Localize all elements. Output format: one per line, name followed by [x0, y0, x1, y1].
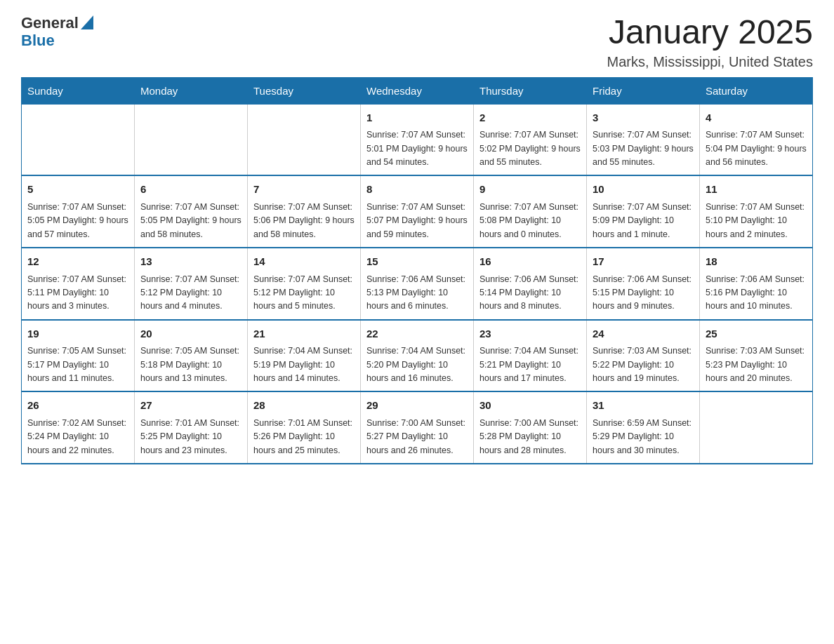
calendar-week-row: 19Sunrise: 7:05 AM Sunset: 5:17 PM Dayli…	[22, 320, 813, 392]
calendar-day-cell	[248, 104, 361, 175]
calendar-day-cell: 28Sunrise: 7:01 AM Sunset: 5:26 PM Dayli…	[248, 391, 361, 464]
day-info: Sunrise: 7:03 AM Sunset: 5:22 PM Dayligh…	[593, 344, 694, 385]
day-info: Sunrise: 7:07 AM Sunset: 5:10 PM Dayligh…	[706, 201, 807, 241]
calendar-day-header: Thursday	[474, 77, 587, 104]
day-number: 24	[593, 326, 694, 342]
day-number: 6	[140, 182, 241, 198]
day-info: Sunrise: 7:00 AM Sunset: 5:28 PM Dayligh…	[479, 417, 581, 457]
calendar-week-row: 12Sunrise: 7:07 AM Sunset: 5:11 PM Dayli…	[22, 248, 813, 320]
day-info: Sunrise: 7:07 AM Sunset: 5:04 PM Dayligh…	[706, 128, 807, 169]
calendar-day-cell: 29Sunrise: 7:00 AM Sunset: 5:27 PM Dayli…	[361, 391, 474, 464]
calendar-week-row: 1Sunrise: 7:07 AM Sunset: 5:01 PM Daylig…	[22, 104, 813, 175]
main-title: January 2025	[607, 14, 813, 51]
calendar-day-cell: 22Sunrise: 7:04 AM Sunset: 5:20 PM Dayli…	[361, 320, 474, 392]
logo-general-text: General	[21, 15, 79, 32]
calendar-day-cell: 1Sunrise: 7:07 AM Sunset: 5:01 PM Daylig…	[361, 104, 474, 175]
day-info: Sunrise: 7:07 AM Sunset: 5:02 PM Dayligh…	[479, 128, 581, 169]
day-number: 30	[479, 398, 581, 414]
calendar-day-cell: 18Sunrise: 7:06 AM Sunset: 5:16 PM Dayli…	[700, 248, 813, 320]
day-info: Sunrise: 7:05 AM Sunset: 5:17 PM Dayligh…	[27, 344, 128, 385]
calendar-day-cell: 27Sunrise: 7:01 AM Sunset: 5:25 PM Dayli…	[135, 391, 248, 464]
page-header: General Blue January 2025 Marks, Mississ…	[21, 14, 813, 70]
day-info: Sunrise: 7:00 AM Sunset: 5:27 PM Dayligh…	[366, 417, 468, 457]
calendar-day-cell	[22, 104, 135, 175]
subtitle: Marks, Mississippi, United States	[607, 54, 813, 70]
day-info: Sunrise: 7:07 AM Sunset: 5:01 PM Dayligh…	[366, 128, 468, 169]
calendar-day-header: Saturday	[700, 77, 813, 104]
day-number: 25	[706, 326, 807, 342]
calendar-day-cell: 10Sunrise: 7:07 AM Sunset: 5:09 PM Dayli…	[587, 175, 700, 248]
calendar-header-row: SundayMondayTuesdayWednesdayThursdayFrid…	[22, 77, 813, 104]
day-info: Sunrise: 7:07 AM Sunset: 5:05 PM Dayligh…	[140, 201, 241, 241]
day-info: Sunrise: 7:07 AM Sunset: 5:05 PM Dayligh…	[27, 201, 128, 241]
calendar-day-cell: 19Sunrise: 7:05 AM Sunset: 5:17 PM Dayli…	[22, 320, 135, 392]
title-section: January 2025 Marks, Mississippi, United …	[607, 14, 813, 70]
day-info: Sunrise: 7:06 AM Sunset: 5:16 PM Dayligh…	[706, 273, 807, 314]
day-number: 12	[27, 254, 128, 270]
day-number: 5	[27, 182, 128, 198]
day-info: Sunrise: 7:07 AM Sunset: 5:08 PM Dayligh…	[479, 201, 581, 241]
day-number: 21	[253, 326, 355, 342]
day-number: 23	[479, 326, 581, 342]
day-number: 10	[593, 182, 694, 198]
day-info: Sunrise: 6:59 AM Sunset: 5:29 PM Dayligh…	[593, 417, 694, 457]
calendar-day-header: Monday	[135, 77, 248, 104]
day-number: 11	[706, 182, 807, 198]
calendar-day-cell: 13Sunrise: 7:07 AM Sunset: 5:12 PM Dayli…	[135, 248, 248, 320]
calendar-day-cell: 9Sunrise: 7:07 AM Sunset: 5:08 PM Daylig…	[474, 175, 587, 248]
calendar-day-cell: 16Sunrise: 7:06 AM Sunset: 5:14 PM Dayli…	[474, 248, 587, 320]
day-info: Sunrise: 7:02 AM Sunset: 5:24 PM Dayligh…	[27, 417, 128, 457]
calendar-day-header: Sunday	[22, 77, 135, 104]
day-info: Sunrise: 7:04 AM Sunset: 5:19 PM Dayligh…	[253, 344, 355, 385]
day-number: 8	[366, 182, 468, 198]
day-number: 4	[706, 110, 807, 126]
day-number: 29	[366, 398, 468, 414]
calendar-week-row: 5Sunrise: 7:07 AM Sunset: 5:05 PM Daylig…	[22, 175, 813, 248]
day-number: 27	[140, 398, 241, 414]
day-number: 1	[366, 110, 468, 126]
day-number: 31	[593, 398, 694, 414]
logo: General Blue	[21, 14, 93, 49]
calendar-day-header: Friday	[587, 77, 700, 104]
day-info: Sunrise: 7:07 AM Sunset: 5:06 PM Dayligh…	[253, 201, 355, 241]
calendar-day-cell: 23Sunrise: 7:04 AM Sunset: 5:21 PM Dayli…	[474, 320, 587, 392]
calendar-table: SundayMondayTuesdayWednesdayThursdayFrid…	[21, 77, 813, 464]
day-info: Sunrise: 7:01 AM Sunset: 5:25 PM Dayligh…	[140, 417, 241, 457]
calendar-day-cell	[135, 104, 248, 175]
day-number: 22	[366, 326, 468, 342]
logo-triangle-icon	[81, 15, 93, 29]
svg-marker-0	[81, 15, 93, 29]
calendar-day-cell: 31Sunrise: 6:59 AM Sunset: 5:29 PM Dayli…	[587, 391, 700, 464]
day-info: Sunrise: 7:01 AM Sunset: 5:26 PM Dayligh…	[253, 417, 355, 457]
day-number: 18	[706, 254, 807, 270]
calendar-day-cell: 24Sunrise: 7:03 AM Sunset: 5:22 PM Dayli…	[587, 320, 700, 392]
calendar-day-cell: 21Sunrise: 7:04 AM Sunset: 5:19 PM Dayli…	[248, 320, 361, 392]
day-number: 13	[140, 254, 241, 270]
calendar-day-header: Tuesday	[248, 77, 361, 104]
day-number: 3	[593, 110, 694, 126]
calendar-day-cell: 5Sunrise: 7:07 AM Sunset: 5:05 PM Daylig…	[22, 175, 135, 248]
calendar-day-cell: 11Sunrise: 7:07 AM Sunset: 5:10 PM Dayli…	[700, 175, 813, 248]
calendar-day-cell: 2Sunrise: 7:07 AM Sunset: 5:02 PM Daylig…	[474, 104, 587, 175]
day-info: Sunrise: 7:03 AM Sunset: 5:23 PM Dayligh…	[706, 344, 807, 385]
day-info: Sunrise: 7:07 AM Sunset: 5:09 PM Dayligh…	[593, 201, 694, 241]
day-number: 16	[479, 254, 581, 270]
day-info: Sunrise: 7:06 AM Sunset: 5:15 PM Dayligh…	[593, 273, 694, 314]
day-number: 2	[479, 110, 581, 126]
day-info: Sunrise: 7:07 AM Sunset: 5:12 PM Dayligh…	[253, 273, 355, 314]
calendar-day-cell: 4Sunrise: 7:07 AM Sunset: 5:04 PM Daylig…	[700, 104, 813, 175]
day-number: 15	[366, 254, 468, 270]
logo-blue-text: Blue	[21, 32, 93, 49]
day-number: 28	[253, 398, 355, 414]
calendar-day-cell: 14Sunrise: 7:07 AM Sunset: 5:12 PM Dayli…	[248, 248, 361, 320]
calendar-day-header: Wednesday	[361, 77, 474, 104]
calendar-day-cell: 26Sunrise: 7:02 AM Sunset: 5:24 PM Dayli…	[22, 391, 135, 464]
calendar-day-cell: 3Sunrise: 7:07 AM Sunset: 5:03 PM Daylig…	[587, 104, 700, 175]
calendar-day-cell: 15Sunrise: 7:06 AM Sunset: 5:13 PM Dayli…	[361, 248, 474, 320]
day-number: 17	[593, 254, 694, 270]
day-info: Sunrise: 7:07 AM Sunset: 5:07 PM Dayligh…	[366, 201, 468, 241]
day-info: Sunrise: 7:04 AM Sunset: 5:21 PM Dayligh…	[479, 344, 581, 385]
day-info: Sunrise: 7:05 AM Sunset: 5:18 PM Dayligh…	[140, 344, 241, 385]
calendar-day-cell: 20Sunrise: 7:05 AM Sunset: 5:18 PM Dayli…	[135, 320, 248, 392]
day-info: Sunrise: 7:07 AM Sunset: 5:03 PM Dayligh…	[593, 128, 694, 169]
